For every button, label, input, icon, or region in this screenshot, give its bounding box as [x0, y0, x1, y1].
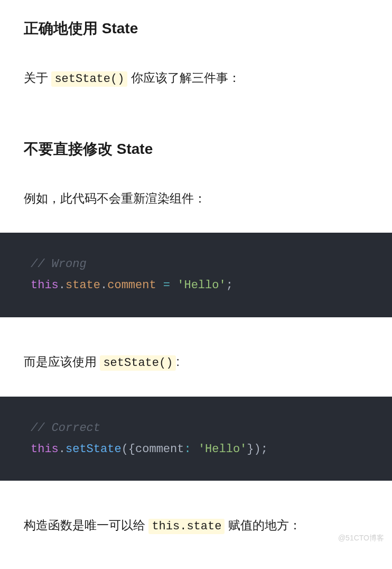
inline-code-setstate: setState() — [100, 355, 176, 371]
code-text — [156, 279, 163, 292]
code-op: = — [163, 279, 170, 292]
code-string: 'Hello' — [177, 279, 226, 292]
code-punct: . — [59, 279, 66, 292]
text: 关于 — [24, 71, 51, 85]
code-punct: ; — [226, 279, 233, 292]
heading-dont-modify-state: 不要直接修改 State — [24, 139, 368, 159]
text: 而是应该使用 — [24, 355, 100, 369]
text: 构造函数是唯一可以给 — [24, 518, 148, 532]
inline-code-this-state: this.state — [148, 519, 225, 534]
code-punct: } — [247, 443, 254, 456]
code-punct: . — [59, 443, 66, 456]
code-keyword: this — [31, 443, 59, 456]
code-prop: comment — [107, 279, 156, 292]
code-punct: { — [128, 443, 135, 456]
text: 赋值的地方： — [225, 518, 301, 532]
code-op: : — [184, 443, 191, 456]
text: : — [176, 355, 179, 369]
code-line: this.state.comment = 'Hello'; — [31, 275, 392, 296]
code-key: comment — [135, 443, 184, 456]
code-prop: state — [66, 279, 100, 292]
code-string: 'Hello' — [198, 443, 247, 456]
code-comment: // Wrong — [31, 258, 87, 271]
code-line: // Wrong — [31, 254, 392, 275]
paragraph-constructor: 构造函数是唯一可以给 this.state 赋值的地方： — [24, 515, 368, 536]
paragraph-wrong-intro: 例如，此代码不会重新渲染组件： — [24, 188, 368, 209]
heading-using-state: 正确地使用 State — [24, 19, 368, 39]
watermark: @51CTO博客 — [338, 534, 384, 543]
code-block-wrong: // Wrong this.state.comment = 'Hello'; — [0, 233, 392, 317]
code-method: setState — [66, 443, 122, 456]
code-comment: // Correct — [31, 421, 100, 435]
inline-code-setstate: setState() — [51, 71, 127, 87]
code-line: this.setState({comment: 'Hello'}); — [31, 439, 392, 460]
code-punct: . — [100, 279, 107, 292]
code-line: // Correct — [31, 418, 392, 439]
code-punct: ( — [122, 443, 128, 456]
text: 你应该了解三件事： — [127, 71, 240, 85]
code-text — [191, 443, 198, 456]
code-punct: ) — [254, 443, 261, 456]
paragraph-correct-intro: 而是应该使用 setState(): — [24, 352, 368, 373]
code-block-correct: // Correct this.setState({comment: 'Hell… — [0, 397, 392, 481]
paragraph-intro: 关于 setState() 你应该了解三件事： — [24, 68, 368, 89]
code-text — [170, 279, 177, 292]
code-keyword: this — [31, 279, 59, 292]
code-punct: ; — [261, 443, 268, 456]
